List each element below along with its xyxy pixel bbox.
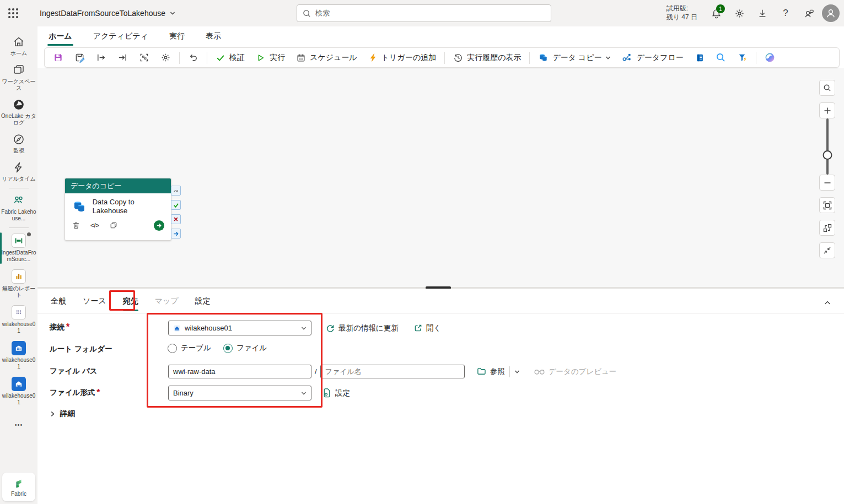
- root-folder-label: ルート フォルダー: [50, 344, 112, 354]
- downloads-button[interactable]: [752, 3, 772, 23]
- pipeline-canvas[interactable]: データのコピー Data Copy to Lakehouse </>: [37, 68, 844, 287]
- global-search-input[interactable]: 検索: [297, 4, 551, 22]
- tab-view[interactable]: 表示: [205, 28, 222, 45]
- pipeline-title-menu[interactable]: IngestDataFromSourceToLakehouse: [40, 9, 175, 18]
- zoom-in-button[interactable]: [819, 102, 835, 118]
- sidebar-more-button[interactable]: •••: [0, 418, 37, 431]
- settings-button[interactable]: [729, 3, 749, 23]
- app-launcher-icon[interactable]: [0, 0, 26, 26]
- tab-home[interactable]: ホーム: [47, 28, 73, 45]
- pipeline-settings-button[interactable]: [155, 50, 176, 66]
- add-trigger-button[interactable]: トリガーの追加: [363, 50, 441, 66]
- radio-files[interactable]: [223, 344, 233, 353]
- event-activity-button[interactable]: [732, 50, 752, 66]
- trial-status: 試用版: 残り 47 日: [666, 4, 697, 21]
- sidebar-item-monitor[interactable]: 監視: [0, 129, 37, 158]
- zoom-to-fit-button[interactable]: [819, 197, 835, 213]
- sidebar-item-semantic-model[interactable]: wilakehouse01: [0, 302, 37, 338]
- monitor-icon: [12, 133, 25, 146]
- sidebar-item-warehouse[interactable]: wilakehouse01: [0, 338, 37, 373]
- collapse-canvas-button[interactable]: [819, 242, 835, 258]
- ribbon-tabs: ホーム アクティビティ 実行 表示: [37, 26, 844, 46]
- tab-source[interactable]: ソース: [82, 293, 107, 310]
- copy-data-button[interactable]: データ コピー: [533, 50, 616, 66]
- add-next-activity-button[interactable]: [154, 220, 164, 231]
- toolbar-divider: [756, 52, 756, 64]
- auto-align-button[interactable]: [819, 220, 835, 236]
- save-as-button[interactable]: [69, 50, 90, 66]
- lakehouse-icon: [12, 377, 26, 391]
- auto-layout-button[interactable]: [134, 50, 154, 66]
- zoom-out-button[interactable]: [819, 175, 835, 191]
- refresh-connection-button[interactable]: 最新の情報に更新: [326, 323, 399, 333]
- undo-button[interactable]: [183, 50, 203, 66]
- run-button[interactable]: 実行: [251, 50, 290, 66]
- radio-tables-label[interactable]: テーブル: [181, 343, 211, 353]
- collapse-panel-button[interactable]: [821, 296, 834, 310]
- connection-dropdown[interactable]: wilakehouse01: [168, 321, 311, 335]
- search-activity-button[interactable]: [711, 50, 731, 66]
- zoom-slider[interactable]: [826, 118, 829, 175]
- open-connection-button[interactable]: 開く: [414, 323, 441, 333]
- on-skip-port[interactable]: [171, 186, 181, 196]
- sidebar-item-workspaces[interactable]: ワークスペース: [0, 60, 37, 95]
- on-success-port[interactable]: [171, 200, 181, 210]
- on-completion-port[interactable]: [171, 229, 181, 239]
- onelake-icon: [12, 98, 25, 111]
- browse-button[interactable]: 参照: [477, 367, 505, 377]
- radio-files-label[interactable]: ファイル: [236, 343, 267, 353]
- format-settings-button[interactable]: 設定: [322, 388, 350, 398]
- tab-general[interactable]: 全般: [50, 293, 67, 310]
- activity-card-copy-data[interactable]: データのコピー Data Copy to Lakehouse </>: [64, 178, 171, 241]
- canvas-search-button[interactable]: [819, 80, 835, 96]
- notebook-button[interactable]: [690, 50, 709, 66]
- tab-run[interactable]: 実行: [168, 28, 186, 45]
- zoom-slider-knob[interactable]: [823, 150, 832, 160]
- save-button[interactable]: [48, 50, 68, 66]
- on-failure-port[interactable]: [171, 214, 181, 224]
- magnifier-icon: [823, 84, 831, 92]
- sidebar-item-realtime[interactable]: リアルタイム: [0, 158, 37, 186]
- sidebar-item-report[interactable]: 無題のレポート: [0, 266, 37, 302]
- path-separator: /: [315, 367, 317, 376]
- canvas-zoom-controls: [819, 80, 835, 265]
- file-name-input[interactable]: [320, 365, 465, 378]
- duplicate-icon[interactable]: [109, 221, 118, 230]
- help-icon: ?: [783, 8, 788, 19]
- toolbar-divider: [529, 52, 530, 64]
- radio-tables[interactable]: [168, 344, 177, 353]
- feedback-button[interactable]: [799, 3, 819, 23]
- history-icon: [453, 53, 463, 63]
- sidebar-item-onelake-catalog[interactable]: OneLake カタログ: [0, 95, 37, 129]
- step-in-button[interactable]: [91, 50, 111, 66]
- advanced-expander[interactable]: 詳細: [50, 409, 75, 419]
- dataflow-button[interactable]: データフロー: [617, 50, 688, 66]
- delete-icon[interactable]: [72, 221, 80, 230]
- help-button[interactable]: ?: [776, 3, 795, 23]
- step-out-button[interactable]: [112, 50, 133, 66]
- fabric-home-button[interactable]: Fabric: [2, 473, 35, 501]
- tab-settings[interactable]: 設定: [194, 293, 212, 310]
- sidebar-item-pipeline[interactable]: IngestDataFromSourc...: [0, 230, 37, 266]
- sidebar-item-lakehouse[interactable]: wilakehouse01: [0, 373, 37, 409]
- activity-type-header: データのコピー: [65, 178, 171, 193]
- toolbar-divider: [207, 52, 207, 64]
- schedule-button[interactable]: スケジュール: [291, 50, 362, 66]
- report-icon: [12, 269, 26, 284]
- code-view-icon[interactable]: </>: [90, 222, 99, 229]
- required-marker: *: [96, 388, 100, 398]
- copilot-button[interactable]: [760, 50, 780, 66]
- notifications-button[interactable]: 1: [706, 3, 726, 23]
- file-format-dropdown[interactable]: Binary: [168, 386, 311, 400]
- funnel-lightning-icon: [737, 52, 748, 63]
- validate-button[interactable]: 検証: [211, 50, 250, 66]
- sidebar-item-workspace-current[interactable]: Fabric Lakehouse...: [0, 191, 37, 225]
- plus-icon: [824, 107, 831, 115]
- sidebar-item-home[interactable]: ホーム: [0, 32, 37, 60]
- account-avatar[interactable]: [822, 4, 840, 22]
- tab-activities[interactable]: アクティビティ: [92, 28, 149, 45]
- directory-input[interactable]: [168, 365, 311, 378]
- view-run-history-button[interactable]: 実行履歴の表示: [448, 50, 526, 66]
- browse-options-chevron[interactable]: [514, 369, 520, 375]
- tab-destination[interactable]: 宛先: [122, 293, 139, 310]
